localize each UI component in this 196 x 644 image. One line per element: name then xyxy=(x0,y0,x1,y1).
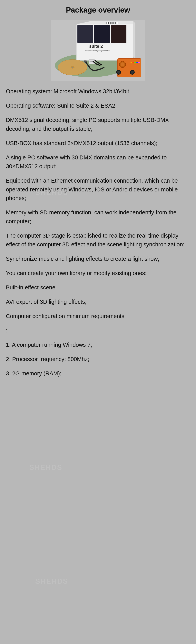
content-text-memory: Memory with SD memory function, can work… xyxy=(6,209,176,224)
svg-point-45 xyxy=(136,62,138,63)
page-container: Package overview suite 2 computerized li… xyxy=(0,0,196,644)
content-block-usbbox: USB-BOX has standard 3×DMX512 output (15… xyxy=(6,139,190,148)
svg-marker-4 xyxy=(133,21,135,60)
product-image-container: suite 2 computerized lighting controller xyxy=(51,20,145,81)
content-block-avi: AVI export of 3D lighting effects; xyxy=(6,298,190,306)
svg-rect-35 xyxy=(118,58,141,77)
content-block-3d-stage: The computer 3D stage is established to … xyxy=(6,231,190,249)
watermark-3: SHEHDS xyxy=(35,577,68,586)
content-block-dmx512: DMX512 signal decoding, single PC suppor… xyxy=(6,116,190,133)
content-text-req2: 2. Processor frequency: 800Mhz; xyxy=(6,356,89,362)
content-block-library: You can create your own library or modif… xyxy=(6,269,190,278)
content-text-3d-stage: The computer 3D stage is established to … xyxy=(6,232,185,248)
content-text-library: You can create your own library or modif… xyxy=(6,270,147,276)
page-title: Package overview xyxy=(4,6,192,14)
content-text-config: Computer configuration minimum requireme… xyxy=(6,313,124,319)
content-block-built-in: Built-in effect scene xyxy=(6,283,190,292)
content-text-dmx512: DMX512 signal decoding, single PC suppor… xyxy=(6,117,169,132)
content-text-usbbox: USB-BOX has standard 3×DMX512 output (15… xyxy=(6,140,157,146)
content-text-colon: : xyxy=(6,327,7,334)
product-image-svg: suite 2 computerized lighting controller xyxy=(51,20,145,81)
svg-rect-7 xyxy=(111,25,126,43)
content-block-os: Operating system: Microsoft Windows 32bi… xyxy=(6,87,190,96)
svg-text:suite 2: suite 2 xyxy=(89,44,103,49)
content-text-software: Operating software: Sunlite Suite 2 & ES… xyxy=(6,102,115,109)
content-text-req1: 1. A computer running Windows 7; xyxy=(6,342,92,348)
svg-rect-6 xyxy=(94,25,110,43)
content-text-avi: AVI export of 3D lighting effects; xyxy=(6,299,87,305)
content-text-single-pc: A single PC software with 30 DMX domains… xyxy=(6,154,167,170)
watermark-2: SHEHDS xyxy=(29,463,62,472)
content-text-music-sync: Synchronize music and lighting effects t… xyxy=(6,256,159,262)
svg-point-39 xyxy=(117,71,120,74)
content-text-req3: 3, 2G memory (RAM); xyxy=(6,370,61,376)
svg-point-43 xyxy=(133,62,134,63)
content-block-music-sync: Synchronize music and lighting effects t… xyxy=(6,254,190,263)
content-block-software: Operating software: Sunlite Suite 2 & ES… xyxy=(6,101,190,110)
content-text-os: Operating system: Microsoft Windows 32bi… xyxy=(6,88,129,94)
svg-text:computerized lighting controll: computerized lighting controller xyxy=(85,50,110,52)
content-block-req2: 2. Processor frequency: 800Mhz; xyxy=(6,355,190,364)
content-block-memory: Memory with SD memory function, can work… xyxy=(6,208,190,226)
svg-point-37 xyxy=(121,62,124,66)
svg-point-42 xyxy=(131,62,132,63)
content-block-req1: 1. A computer running Windows 7; xyxy=(6,340,190,349)
header-section: Package overview xyxy=(0,0,196,18)
content-block-config: Computer configuration minimum requireme… xyxy=(6,312,190,321)
svg-point-46 xyxy=(138,62,140,63)
content-block-single-pc: A single PC software with 30 DMX domains… xyxy=(6,153,190,171)
content-block-colon: : xyxy=(6,326,190,335)
content-block-ethernet: Equipped with an Ethernet communication … xyxy=(6,176,190,203)
svg-point-31 xyxy=(72,67,73,68)
content-section: Operating system: Microsoft Windows 32bi… xyxy=(0,85,196,389)
svg-rect-5 xyxy=(77,25,93,43)
svg-rect-32 xyxy=(84,60,87,62)
svg-point-41 xyxy=(131,71,134,74)
content-text-built-in: Built-in effect scene xyxy=(6,284,55,290)
content-block-req3: 3, 2G memory (RAM); xyxy=(6,369,190,378)
svg-point-44 xyxy=(135,62,136,63)
content-text-ethernet: Equipped with an Ethernet communication … xyxy=(6,178,178,202)
